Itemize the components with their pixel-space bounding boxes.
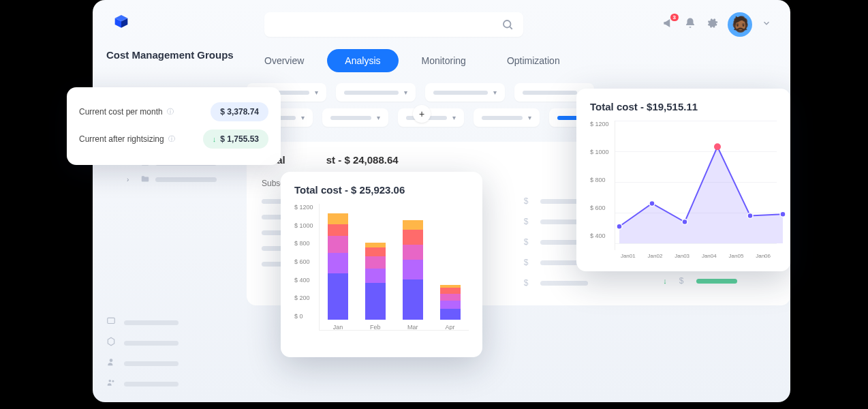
dollar-icon: $ bbox=[524, 258, 529, 267]
app-logo bbox=[112, 15, 131, 34]
tabs: Overview Analysis Monitoring Optimizatio… bbox=[247, 49, 790, 72]
dollar-icon: $ bbox=[679, 276, 684, 286]
dollar-icon: $ bbox=[524, 196, 529, 206]
line-chart-title: Total cost - $19,515.11 bbox=[590, 101, 777, 112]
tab-optimization[interactable]: Optimization bbox=[489, 49, 578, 72]
announcements-icon[interactable]: 3 bbox=[662, 17, 675, 32]
line-chart-y-axis: $ 1200$ 1000$ 800$ 600$ 400 bbox=[590, 121, 615, 250]
svg-point-4 bbox=[109, 380, 112, 382]
sidebar-footer-item[interactable] bbox=[106, 316, 179, 329]
search-input[interactable] bbox=[264, 12, 523, 37]
filter-dropdown[interactable]: ▾ bbox=[425, 83, 505, 102]
search-icon bbox=[501, 18, 514, 31]
arrow-down-icon: ↓ bbox=[213, 135, 217, 143]
dollar-icon: $ bbox=[524, 237, 529, 247]
line-chart-plot-area bbox=[615, 121, 777, 250]
svg-point-7 bbox=[649, 201, 655, 207]
bar-chart-y-axis: $ 1200$ 1000$ 800$ 600$ 400$ 200$ 0 bbox=[294, 204, 319, 331]
table-row: $ bbox=[524, 273, 636, 293]
topbar-actions: 3 🧔🏾 bbox=[662, 12, 771, 37]
svg-point-0 bbox=[503, 20, 511, 28]
line-chart-card: Total cost - $19,515.11 $ 1200$ 1000$ 80… bbox=[576, 89, 790, 271]
line-chart-x-axis: Jan01Jan02Jan03Jan04Jan05Jan06 bbox=[590, 253, 777, 259]
cost-after-rightsizing-value: ↓$ 1,755.53 bbox=[203, 130, 268, 149]
tab-overview[interactable]: Overview bbox=[247, 49, 322, 72]
svg-point-3 bbox=[110, 359, 113, 362]
sidebar-footer-item[interactable] bbox=[106, 378, 179, 390]
tab-analysis[interactable]: Analysis bbox=[327, 49, 398, 72]
total-label-b: st - $ 24,088.64 bbox=[326, 154, 399, 166]
tree-item[interactable]: › bbox=[106, 171, 247, 187]
chevron-down-icon[interactable] bbox=[762, 18, 771, 31]
cost-per-month-label: Current cost per month ⓘ bbox=[79, 107, 174, 117]
dollar-icon: $ bbox=[524, 217, 529, 226]
info-icon[interactable]: ⓘ bbox=[168, 134, 175, 144]
gear-icon[interactable] bbox=[706, 17, 718, 32]
table-row: ↓$ bbox=[663, 271, 775, 291]
cost-popover: Current cost per month ⓘ $ 3,378.74 Curr… bbox=[67, 87, 281, 165]
bar-chart-plot-area: JanFebMarApr bbox=[319, 204, 469, 331]
svg-point-5 bbox=[112, 380, 114, 382]
svg-point-8 bbox=[682, 219, 687, 225]
tab-monitoring[interactable]: Monitoring bbox=[404, 49, 484, 72]
sidebar-footer-item[interactable] bbox=[106, 337, 179, 349]
line-chart: $ 1200$ 1000$ 800$ 600$ 400 bbox=[590, 121, 777, 250]
filter-dropdown[interactable]: ▾ bbox=[336, 83, 416, 102]
bar-chart-card: Total cost - $ 25,923.06 $ 1200$ 1000$ 8… bbox=[281, 172, 482, 357]
dollar-icon: $ bbox=[524, 278, 529, 288]
add-button[interactable]: + bbox=[413, 105, 431, 123]
svg-rect-2 bbox=[108, 318, 115, 323]
filter-dropdown[interactable]: ▾ bbox=[474, 108, 540, 127]
svg-point-10 bbox=[747, 213, 753, 219]
notification-badge: 3 bbox=[670, 14, 679, 21]
topbar: 3 🧔🏾 bbox=[93, 0, 790, 44]
svg-line-1 bbox=[510, 27, 512, 29]
bar-chart-title: Total cost - $ 25,923.06 bbox=[294, 184, 469, 196]
filter-dropdown[interactable]: ▾ bbox=[398, 108, 464, 127]
bar-chart: $ 1200$ 1000$ 800$ 600$ 400$ 200$ 0 JanF… bbox=[294, 204, 469, 331]
svg-point-11 bbox=[780, 211, 786, 217]
bell-icon[interactable] bbox=[684, 17, 696, 32]
sidebar-footer bbox=[106, 316, 179, 390]
arrow-down-icon: ↓ bbox=[663, 277, 667, 285]
cost-per-month-value: $ 3,378.74 bbox=[211, 102, 268, 121]
info-icon[interactable]: ⓘ bbox=[167, 107, 174, 117]
filter-dropdown[interactable]: ▾ bbox=[322, 108, 388, 127]
sidebar-footer-item[interactable] bbox=[106, 357, 179, 369]
cost-after-rightsizing-label: Current after rightsizing ⓘ bbox=[79, 134, 175, 144]
sidebar-title: Cost Management Groups bbox=[106, 49, 247, 61]
svg-point-9 bbox=[714, 143, 721, 150]
avatar[interactable]: 🧔🏾 bbox=[728, 12, 752, 37]
svg-point-6 bbox=[617, 224, 622, 229]
